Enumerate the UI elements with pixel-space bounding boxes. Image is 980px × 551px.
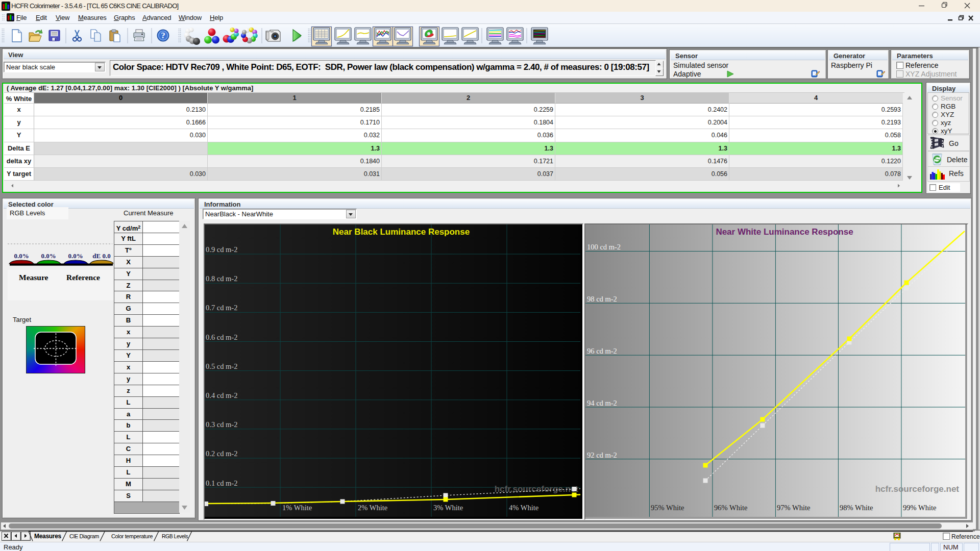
svg-text:CIE Diagram: CIE Diagram	[69, 533, 99, 539]
svg-text:94 cd m-2: 94 cd m-2	[587, 399, 617, 407]
svg-text:?: ?	[161, 31, 165, 40]
svg-text:0.9 cd m-2: 0.9 cd m-2	[206, 245, 237, 254]
svg-text:Near White Luminance Response: Near White Luminance Response	[716, 227, 853, 237]
svg-text:dE 0.0: dE 0.0	[92, 252, 110, 260]
svg-text:92 cd m-2: 92 cd m-2	[587, 451, 617, 459]
svg-text:0.2 cd m-2: 0.2 cd m-2	[206, 449, 237, 458]
svg-text:97% White: 97% White	[777, 504, 810, 512]
svg-text:0.0%: 0.0%	[14, 252, 29, 260]
svg-text:0.8 cd m-2: 0.8 cd m-2	[206, 274, 237, 283]
svg-text:0.6 cd m-2: 0.6 cd m-2	[206, 333, 237, 341]
svg-text:98% White: 98% White	[840, 504, 873, 512]
svg-text:0.5 cd m-2: 0.5 cd m-2	[206, 362, 237, 370]
svg-text:2% White: 2% White	[358, 504, 387, 512]
svg-text:99% White: 99% White	[903, 504, 936, 512]
svg-text:0.0%: 0.0%	[41, 252, 56, 260]
svg-text:96% White: 96% White	[714, 504, 747, 512]
svg-text:0.4 cd m-2: 0.4 cd m-2	[206, 391, 237, 399]
svg-text:RGB Levels: RGB Levels	[162, 534, 188, 539]
svg-text:4% White: 4% White	[509, 504, 538, 512]
svg-text:0.0%: 0.0%	[68, 252, 83, 260]
svg-text:100 cd m-2: 100 cd m-2	[587, 243, 621, 251]
svg-text:hcfr.sourceforge.net: hcfr.sourceforge.net	[875, 484, 960, 494]
svg-text:Color temperature: Color temperature	[111, 533, 153, 539]
svg-text:Near Black Luminance Response: Near Black Luminance Response	[333, 227, 470, 237]
svg-text:98 cd m-2: 98 cd m-2	[587, 295, 617, 303]
svg-text:0.3 cd m-2: 0.3 cd m-2	[206, 420, 237, 429]
svg-text:95% White: 95% White	[651, 504, 684, 512]
svg-text:Measures: Measures	[34, 533, 62, 540]
svg-text:0.7 cd m-2: 0.7 cd m-2	[206, 304, 237, 312]
svg-text:96 cd m-2: 96 cd m-2	[587, 347, 617, 355]
svg-text:3% White: 3% White	[433, 504, 463, 512]
svg-text:0.1 cd m-2: 0.1 cd m-2	[206, 479, 237, 487]
svg-text:1% White: 1% White	[282, 504, 312, 512]
